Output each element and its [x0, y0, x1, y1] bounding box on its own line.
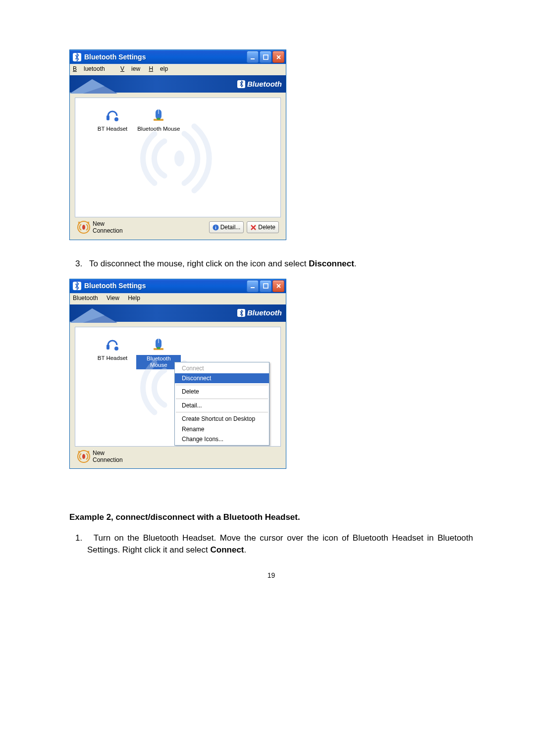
device-list[interactable]: BT Headset Bluetooth Mouse: [75, 98, 281, 217]
new-connection-icon: [77, 220, 91, 234]
svg-rect-2: [264, 55, 268, 59]
detail-button[interactable]: i Detail...: [209, 221, 244, 233]
device-bluetooth-mouse[interactable]: Bluetooth Mouse: [136, 105, 181, 135]
context-menu[interactable]: Connect Disconnect Delete Detail... Crea…: [174, 362, 269, 446]
menu-bluetooth[interactable]: Bluetooth: [73, 65, 112, 72]
mouse-icon: [150, 107, 167, 124]
menu-bar[interactable]: Bluetooth View Help: [70, 64, 286, 75]
menu-view[interactable]: View: [107, 295, 119, 302]
window-title: Bluetooth Settings: [84, 53, 246, 61]
mouse-icon: [150, 336, 167, 353]
device-label: BT Headset: [90, 126, 135, 133]
bluetooth-app-icon: [73, 53, 81, 61]
maximize-button[interactable]: [260, 280, 271, 292]
delete-button[interactable]: Delete: [247, 221, 279, 233]
device-list[interactable]: BT Headset Bluetooth Mouse: [75, 327, 281, 447]
ctx-rename[interactable]: Rename: [175, 424, 269, 434]
menu-help[interactable]: Help: [128, 295, 140, 302]
bluetooth-logo-icon: [237, 309, 245, 317]
maximize-button[interactable]: [260, 51, 271, 63]
bluetooth-settings-window-1: Bluetooth Settings Bluetooth View Help B…: [69, 50, 286, 240]
svg-rect-11: [157, 118, 160, 120]
svg-rect-17: [251, 287, 255, 288]
toolbar: New Connection: [75, 447, 281, 464]
banner-decoration-icon: [70, 76, 124, 94]
headset-icon: [104, 107, 121, 124]
device-bt-headset[interactable]: BT Headset: [90, 105, 135, 135]
close-button[interactable]: [272, 280, 284, 292]
ctx-connect: Connect: [175, 363, 269, 373]
svg-rect-6: [107, 115, 109, 120]
new-connection-button[interactable]: New Connection: [77, 450, 123, 464]
separator: [176, 385, 268, 385]
bluetooth-logo-icon: [237, 80, 245, 88]
bluetooth-banner: Bluetooth: [70, 75, 286, 93]
menu-help[interactable]: Help: [149, 65, 168, 72]
svg-rect-1: [251, 58, 255, 59]
headset-icon: [104, 336, 121, 353]
menu-bar[interactable]: Bluetooth View Help: [70, 293, 286, 304]
instruction-step-3: 3. To disconnect the mouse, right click …: [69, 258, 473, 270]
separator: [176, 399, 268, 399]
menu-view[interactable]: View: [120, 65, 140, 72]
toolbar: New Connection i Detail... Delete: [75, 217, 281, 235]
bluetooth-banner: Bluetooth: [70, 304, 286, 322]
new-connection-icon: [77, 450, 91, 463]
example2-heading: Example 2, connect/disconnect with a Blu…: [69, 511, 473, 523]
ctx-delete[interactable]: Delete: [175, 387, 269, 397]
separator: [176, 412, 268, 412]
ctx-create-shortcut[interactable]: Create Shortcut on Desktop: [175, 414, 269, 424]
minimize-button[interactable]: [247, 51, 259, 63]
device-bt-headset[interactable]: BT Headset: [90, 334, 135, 364]
example2-step-1: 1. Turn on the Bluetooth Headset. Move t…: [69, 532, 473, 556]
bluetooth-settings-window-2: Bluetooth Settings Bluetooth View Help B…: [69, 279, 286, 469]
device-label: BT Headset: [90, 355, 135, 362]
banner-text: Bluetooth: [247, 80, 282, 89]
svg-text:i: i: [215, 225, 216, 230]
banner-decoration-icon: [70, 305, 124, 323]
svg-point-23: [114, 347, 118, 351]
new-connection-button[interactable]: New Connection: [77, 220, 123, 235]
close-button[interactable]: [272, 51, 284, 63]
titlebar[interactable]: Bluetooth Settings: [70, 50, 286, 64]
banner-text: Bluetooth: [247, 308, 282, 317]
svg-rect-27: [157, 347, 160, 349]
svg-point-29: [82, 454, 85, 459]
svg-point-13: [82, 225, 85, 230]
svg-point-5: [174, 151, 184, 166]
delete-x-icon: [250, 224, 257, 231]
bluetooth-app-icon: [73, 282, 81, 290]
titlebar[interactable]: Bluetooth Settings: [70, 279, 286, 293]
ctx-detail[interactable]: Detail...: [175, 401, 269, 410]
page-number: 19: [69, 571, 473, 581]
minimize-button[interactable]: [247, 280, 259, 292]
svg-rect-18: [264, 284, 268, 288]
window-title: Bluetooth Settings: [84, 282, 246, 290]
info-icon: i: [213, 224, 219, 231]
svg-rect-22: [107, 345, 109, 350]
device-label: Bluetooth Mouse: [136, 126, 181, 133]
ctx-change-icons[interactable]: Change Icons...: [175, 434, 269, 444]
menu-bluetooth[interactable]: Bluetooth: [73, 295, 98, 302]
ctx-disconnect[interactable]: Disconnect: [175, 373, 269, 383]
svg-point-7: [114, 117, 118, 121]
